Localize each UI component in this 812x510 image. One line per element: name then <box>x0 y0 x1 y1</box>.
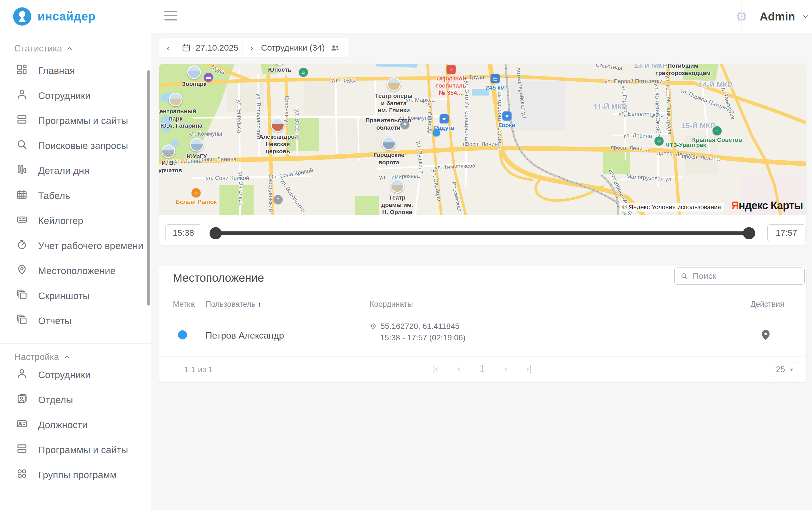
divider <box>741 0 742 33</box>
dashboard-icon <box>16 63 28 78</box>
sort-asc-icon: ↑ <box>258 300 261 308</box>
logo[interactable]: инсайдер <box>0 0 151 33</box>
map-poi-marker[interactable]: Театр оперы и балета им. Глинки <box>375 77 412 114</box>
sidebar-item-label: Табель <box>38 190 70 201</box>
sidebar-item-label: Скриншоты <box>38 290 90 301</box>
last-page-button[interactable]: ›| <box>523 363 535 374</box>
sidebar-item-program-groups[interactable]: Группы программ <box>0 462 151 487</box>
sidebar-item-keylogger[interactable]: Кейлоггер <box>0 208 151 233</box>
poi-label: Погибшим тракторозаводцам <box>655 64 710 77</box>
sidebar-item-worktime[interactable]: Учет рабочего времени <box>0 233 151 258</box>
map-poi-marker[interactable]: +Окружной госпиталь № 354,... <box>436 65 467 96</box>
poi-photo-icon <box>190 138 204 152</box>
poi-label: Театр драмы им. Н. Орлова <box>381 194 413 215</box>
slider-handle-end[interactable] <box>743 227 755 239</box>
prev-day-button[interactable]: ‹ <box>159 38 177 57</box>
map-terms-link[interactable]: Условия использования <box>651 204 721 211</box>
museum-icon: ⌂ <box>713 126 722 135</box>
sidebar-item-label: Отчеты <box>38 315 71 326</box>
map-canvas[interactable]: Трудаул. Трудаул. Трудаул. Коммуныул. Ко… <box>159 64 806 215</box>
chevron-up-icon <box>64 354 70 360</box>
show-on-map-button[interactable] <box>759 328 772 341</box>
sidebar-item-reports[interactable]: Отчеты <box>0 308 151 333</box>
sidebar-section-header[interactable]: Настройка <box>0 352 151 362</box>
sidebar-section-header[interactable]: Статистика <box>0 43 151 54</box>
sidebar-item-queries[interactable]: Поисковые запросы <box>0 133 151 158</box>
poi-label: Центральный парк им. Ю.А. Гагарина <box>159 108 202 129</box>
street-label: ул. Ловина <box>623 132 652 139</box>
sidebar-item-day-details[interactable]: Детали дня <box>0 158 151 183</box>
map-poi-marker[interactable]: Городские ворота <box>374 137 405 166</box>
slider-handle-start[interactable] <box>209 227 222 239</box>
map-poi-marker[interactable]: ★Радуга <box>434 114 454 131</box>
map-poi-marker[interactable]: Центральный парк им. Ю.А. Гагарина <box>159 93 202 129</box>
sidebar-item-screenshots[interactable]: Скриншоты <box>0 283 151 308</box>
first-page-button[interactable]: |‹ <box>429 363 442 374</box>
poi-photo-icon <box>271 118 285 132</box>
sidebar-item-dashboard[interactable]: Главная <box>0 58 151 83</box>
table-title: Местоположение <box>173 271 264 284</box>
yandex-maps-logo[interactable]: Яндекс Карты <box>731 200 803 212</box>
id-photo-icon <box>16 393 28 407</box>
church-icon: † <box>273 195 283 204</box>
street-label: Свердловский <box>267 174 274 212</box>
map-poi-marker[interactable]: Александро- Невская церковь <box>259 118 296 155</box>
sidebar-item-programs[interactable]: Программы и сайты <box>0 108 151 133</box>
page-size-select[interactable]: 25 ▾ <box>770 362 799 377</box>
prev-page-button[interactable]: ‹ <box>453 363 465 374</box>
map-poi-marker[interactable]: † <box>273 195 283 204</box>
people-icon <box>330 43 341 53</box>
topbar: ⚙ Admin <box>151 0 812 33</box>
slider-track[interactable] <box>215 232 749 235</box>
sidebar-item-positions[interactable]: Должности <box>0 412 151 437</box>
date-picker[interactable]: 27.10.2025 <box>177 38 243 57</box>
map-poi-marker[interactable]: ⌂Крылья Советов <box>692 126 742 143</box>
search-input[interactable] <box>692 271 799 281</box>
map-poi-marker[interactable]: ☺ <box>655 137 664 146</box>
divider <box>702 0 702 33</box>
sidebar: инсайдер Статистика Главная Сотрудники П… <box>0 0 151 510</box>
next-page-button[interactable]: › <box>499 363 512 374</box>
sidebar-item-programs-settings[interactable]: Программы и сайты <box>0 437 151 462</box>
map-card: Трудаул. Трудаул. Трудаул. Коммуныул. Ко… <box>159 64 806 245</box>
sidebar-scrollbar[interactable] <box>147 70 150 306</box>
search-icon <box>680 272 688 280</box>
map-poi-marker[interactable]: Театр драмы им. Н. Орлова <box>381 179 413 215</box>
col-user-sortable[interactable]: Пользователь↑ <box>206 300 261 309</box>
sidebar-item-departments[interactable]: Отделы <box>0 387 151 412</box>
row-mark-dot <box>178 330 187 339</box>
map-poi-marker[interactable]: ★Горки <box>498 112 516 128</box>
user-menu[interactable]: Admin <box>748 0 809 33</box>
calendar-icon <box>181 43 191 53</box>
poi-label: Зоопарк <box>182 80 207 88</box>
poi-label: Театр оперы и балета им. Глинки <box>375 92 412 114</box>
street-label: ул. Коммуны <box>188 130 222 137</box>
employee-location-marker[interactable] <box>433 129 440 137</box>
poi-label: 245 км <box>486 84 505 91</box>
sidebar-item-timesheet[interactable]: Табель <box>0 183 151 208</box>
sidebar-item-employees-settings[interactable]: Сотрудники <box>0 362 151 387</box>
col-mark: Метка <box>173 300 195 309</box>
map-poi-marker[interactable]: ⚑ <box>400 120 409 129</box>
employees-filter-chip[interactable]: Сотрудники (34) <box>253 38 349 57</box>
map-poi-marker[interactable]: ЮУрГУ <box>186 138 207 160</box>
map-poi-marker[interactable]: И. В. Курчатов <box>159 144 182 174</box>
street-label: просп. Ленина <box>611 144 649 152</box>
sidebar-item-location[interactable]: Местоположение <box>0 258 151 283</box>
map-poi-marker[interactable]: Юность <box>268 64 291 73</box>
poi-label: Крылья Советов <box>692 136 742 143</box>
sidebar-item-label: Сотрудники <box>38 369 90 380</box>
table-row: Петров Александр 55.162720, 61.411845 15… <box>159 313 806 356</box>
map-poi-marker[interactable]: ▤245 км <box>486 74 505 91</box>
map-poi-marker[interactable]: ♨Белый Рынок <box>176 188 217 205</box>
mall-icon: ★ <box>439 114 448 123</box>
menu-toggle-button[interactable] <box>164 11 177 22</box>
map-poi-marker[interactable]: Зоопарк <box>182 65 207 88</box>
map-poi-marker[interactable]: ⌂ <box>299 68 308 77</box>
poi-label: Белый Рынок <box>176 198 217 205</box>
map-poi-marker[interactable]: ▬ <box>204 73 213 82</box>
time-slider: 15:38 17:57 <box>159 215 806 245</box>
row-coords: 55.162720, 61.411845 15:38 - 17:57 (02:1… <box>370 321 465 343</box>
sidebar-item-label: Программы и сайты <box>38 115 128 126</box>
sidebar-item-employees[interactable]: Сотрудники <box>0 83 151 108</box>
